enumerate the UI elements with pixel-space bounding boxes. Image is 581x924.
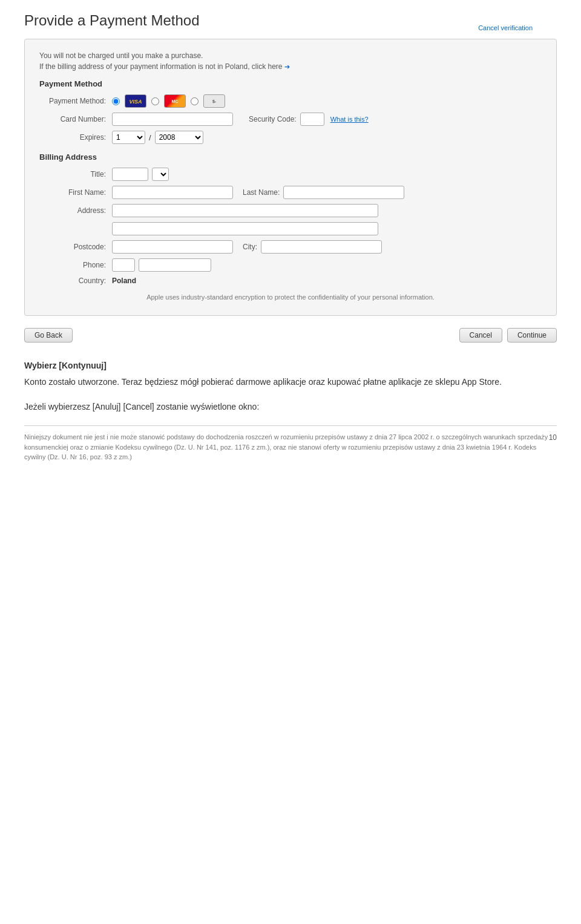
phone-label: Phone: xyxy=(39,261,112,269)
phone-controls xyxy=(112,258,542,272)
other-card-radio[interactable] xyxy=(191,97,199,105)
right-buttons: Cancel Continue xyxy=(459,328,557,342)
cancel-instruction-text: Jeżeli wybierzesz [Anuluj] [Cancel] zost… xyxy=(24,401,557,413)
footer-section: 10 Niniejszy dokument nie jest i nie moż… xyxy=(24,425,557,462)
address-controls2 xyxy=(112,222,542,235)
notice-line2: If the billing address of your payment i… xyxy=(39,62,542,71)
continue-button[interactable]: Continue xyxy=(507,328,557,342)
instruction-text: Wybierz [Kontynuuj] xyxy=(24,359,557,372)
phone-code-input[interactable] xyxy=(112,258,135,272)
notice-line1: You will not be charged until you make a… xyxy=(39,51,542,60)
encryption-note: Apple uses industry-standard encryption … xyxy=(39,293,542,301)
what-is-this-link[interactable]: What is this? xyxy=(330,116,369,123)
body-text-section: Wybierz [Kontynuuj] Konto zostało utworz… xyxy=(24,359,557,388)
title-input[interactable] xyxy=(112,168,148,181)
card-number-controls: Security Code: What is this? xyxy=(112,113,542,126)
billing-link-arrow: ➔ xyxy=(284,63,290,70)
city-label: City: xyxy=(243,243,257,251)
payment-method-section-header: Payment Method xyxy=(39,79,542,88)
button-row: Go Back Cancel Continue xyxy=(24,328,557,342)
country-label: Country: xyxy=(39,277,112,285)
cancel-button[interactable]: Cancel xyxy=(459,328,502,342)
payment-method-options: VISA MC $- xyxy=(112,94,542,108)
title-select[interactable]: ▲▼ xyxy=(152,168,169,181)
payment-method-label: Payment Method: xyxy=(39,97,112,105)
payment-method-row: Payment Method: VISA MC $- xyxy=(39,94,542,108)
footer-text: Niniejszy dokument nie jest i nie może s… xyxy=(24,433,548,460)
country-value-display: Poland xyxy=(112,277,542,285)
address-label: Address: xyxy=(39,206,112,215)
postcode-input[interactable] xyxy=(112,240,233,254)
security-code-input[interactable] xyxy=(300,113,324,126)
payment-form-box: You will not be charged until you make a… xyxy=(24,39,557,316)
postcode-city-controls: City: xyxy=(112,240,542,254)
expires-controls: 1 2 3 4 5 6 7 8 9 10 11 12 / 2008 2009 2… xyxy=(112,131,542,144)
first-name-input[interactable] xyxy=(112,186,233,199)
security-code-label: Security Code: xyxy=(249,115,297,123)
address-input-2[interactable] xyxy=(112,222,378,235)
expires-label: Expires: xyxy=(39,133,112,142)
address-row2 xyxy=(39,222,542,235)
expires-row: Expires: 1 2 3 4 5 6 7 8 9 10 11 12 / 20… xyxy=(39,131,542,144)
cancel-verification-link[interactable]: Cancel verification xyxy=(478,24,533,31)
card-number-label: Card Number: xyxy=(39,115,112,123)
card-number-row: Card Number: Security Code: What is this… xyxy=(39,113,542,126)
name-controls: Last Name: xyxy=(112,186,542,199)
go-back-button[interactable]: Go Back xyxy=(24,328,73,342)
expires-month-select[interactable]: 1 2 3 4 5 6 7 8 9 10 11 12 xyxy=(112,131,145,144)
title-controls: ▲▼ xyxy=(112,168,542,181)
title-row: Title: ▲▼ xyxy=(39,168,542,181)
other-card-icon: $- xyxy=(203,94,225,108)
country-value: Poland xyxy=(112,277,136,285)
cancel-instruction-section: Jeżeli wybierzesz [Anuluj] [Cancel] zost… xyxy=(24,401,557,413)
city-input[interactable] xyxy=(261,240,382,254)
phone-number-input[interactable] xyxy=(139,258,211,272)
title-field-label: Title: xyxy=(39,170,112,179)
name-row: First Name: Last Name: xyxy=(39,186,542,199)
slash-separator: / xyxy=(149,133,151,142)
address-input-1[interactable] xyxy=(112,204,378,217)
first-name-label: First Name: xyxy=(39,188,112,197)
page-title: Provide a Payment Method xyxy=(24,12,557,29)
last-name-label: Last Name: xyxy=(243,188,280,197)
postcode-city-row: Postcode: City: xyxy=(39,240,542,254)
billing-link[interactable]: ➔ xyxy=(284,62,290,71)
address-controls1 xyxy=(112,204,542,217)
billing-address-section-header: Billing Address xyxy=(39,152,542,162)
expires-year-select[interactable]: 2008 2009 2010 2011 2012 xyxy=(155,131,203,144)
phone-row: Phone: xyxy=(39,258,542,272)
last-name-input[interactable] xyxy=(283,186,404,199)
country-row: Country: Poland xyxy=(39,277,542,285)
page-number: 10 xyxy=(549,432,557,443)
address-row1: Address: xyxy=(39,204,542,217)
mastercard-radio[interactable] xyxy=(151,97,159,105)
visa-icon: VISA xyxy=(125,94,146,108)
visa-radio[interactable] xyxy=(112,97,120,105)
postcode-label: Postcode: xyxy=(39,243,112,251)
account-created-text: Konto zostało utworzone. Teraz będziesz … xyxy=(24,376,557,388)
card-number-input[interactable] xyxy=(112,113,233,126)
mastercard-icon: MC xyxy=(164,94,186,108)
